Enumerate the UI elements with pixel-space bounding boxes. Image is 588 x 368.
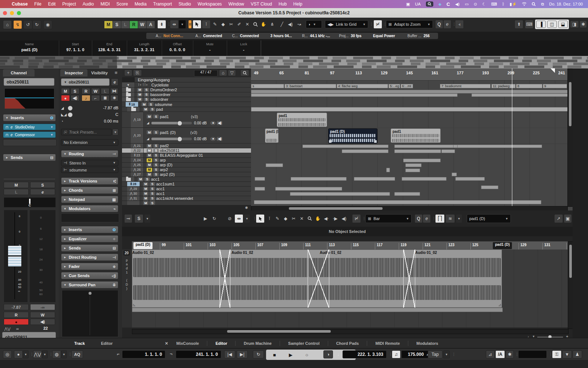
line-tool[interactable]: ╱: [278, 20, 286, 29]
tempo-track-button[interactable]: ♫: [392, 350, 401, 358]
moon-icon[interactable]: ☾: [482, 2, 486, 7]
track-row[interactable]: ⋀ 25MSarp (D): [122, 163, 251, 167]
clip[interactable]: [354, 177, 395, 181]
quantize-edit-button[interactable]: e: [443, 20, 451, 29]
editor-maximize-button[interactable]: ▣: [564, 214, 572, 223]
editor-event-end-tab[interactable]: pad1 (D): [493, 242, 512, 249]
editor-event-start-tab[interactable]: pad1 (D): [133, 242, 153, 249]
insert-slot-1[interactable]: ⊓ e StudioDelay▼: [3, 124, 56, 130]
record-mode-button[interactable]: ●: [14, 350, 23, 358]
channel-eq-curve[interactable]: [4, 88, 54, 109]
fader-section[interactable]: ►Fader≑: [61, 263, 118, 270]
audio-event-pad1d-partial[interactable]: pad1 (D: [265, 128, 279, 143]
clip[interactable]: [455, 177, 485, 181]
surround-pan-section[interactable]: ▼Surround Pan⁜: [61, 281, 118, 289]
track-versions-section[interactable]: ►Track Versions⑆: [61, 177, 118, 185]
color-menu-dropdown[interactable]: ◗▼: [306, 20, 322, 28]
record-button[interactable]: ○: [299, 351, 315, 359]
tab-drum-machine[interactable]: Drum Machine: [236, 341, 280, 346]
track-row-pad1[interactable]: ⋀ 19 MS pad1 (v3) ◢ 0.00 dB ●◀): [122, 112, 251, 128]
time-warp-tool[interactable]: ⋔: [268, 20, 277, 29]
crossfade-1[interactable]: [219, 250, 230, 308]
editor-ruler[interactable]: pad1 (D) 99 101 103 105 107 109 111 113 …: [132, 241, 573, 250]
tap-tempo-dropdown[interactable]: ▼: [443, 350, 450, 358]
read-automation-button[interactable]: R: [129, 21, 138, 29]
clip[interactable]: [403, 159, 441, 162]
insp-monitor-button[interactable]: ◀): [71, 95, 79, 101]
editor-h-scrollbar[interactable]: [132, 329, 569, 334]
editor-mute-tool[interactable]: ✕: [298, 214, 306, 223]
cue-sends-section[interactable]: ►Cue Sends◁): [61, 272, 118, 279]
menu-audio[interactable]: Audio: [83, 1, 94, 7]
channel-tab[interactable]: Channel: [3, 69, 35, 77]
track-row-group[interactable]: ⫴ 28MSacc1sum1: [122, 182, 251, 187]
channel-fader-handle[interactable]: [8, 245, 22, 267]
menu-score[interactable]: Score: [116, 1, 128, 7]
menu-workspaces[interactable]: Workspaces: [198, 1, 222, 7]
click-pattern-button[interactable]: /A: [495, 350, 505, 358]
editor-loop-button[interactable]: ↻: [210, 214, 218, 223]
crossfade-3[interactable]: [403, 250, 415, 308]
channel-level-readout[interactable]: -7.87: [4, 304, 29, 310]
notepad-section[interactable]: ►Notepad▤: [61, 196, 118, 203]
track-volume-slider[interactable]: [151, 138, 192, 140]
clip[interactable]: [255, 177, 265, 181]
auto-quantize-button[interactable]: AQ: [71, 350, 83, 358]
editor-selection-tool[interactable]: [256, 214, 265, 223]
performance-monitor-button[interactable]: ♟: [573, 350, 582, 358]
insp-lanes-button[interactable]: ≣: [101, 95, 110, 101]
info-start[interactable]: Start97. 1. 1. 0: [59, 40, 92, 56]
menu-hub[interactable]: Hub: [279, 1, 287, 7]
audio-event-pad1[interactable]: pad1: [277, 113, 327, 127]
info-name[interactable]: Namepad1 (D): [0, 40, 59, 56]
track-list-settings-icon[interactable]: ✱: [245, 206, 248, 210]
track-row-folder[interactable]: MSbassordner: [122, 92, 251, 97]
insert-slot-2[interactable]: ⊓ e Compressor▼: [3, 131, 56, 138]
editor-solo-dropdown[interactable]: ▼: [144, 214, 151, 223]
clip[interactable]: [453, 145, 458, 148]
track-row-folder[interactable]: MSsdsordner: [122, 97, 251, 102]
clip[interactable]: [266, 163, 283, 167]
setup-toolbar-button[interactable]: ✱: [580, 21, 587, 28]
info-end[interactable]: End128. 4. 3. 31: [92, 40, 127, 56]
hand-tool[interactable]: ✋: [259, 20, 268, 29]
modulators-section[interactable]: ▼Modulators⌁: [61, 205, 118, 212]
play-button[interactable]: ▶: [283, 351, 298, 359]
zoom-tool[interactable]: [251, 20, 259, 29]
insp-delay-row[interactable]: ◔ 0.00 ms: [61, 118, 120, 124]
lower-zone-toggle[interactable]: ⬓: [558, 21, 568, 28]
track-row[interactable]: ⋀ 30MSacc1: [122, 191, 251, 196]
redo-button[interactable]: ↻: [32, 20, 41, 29]
listen-state-button[interactable]: L: [121, 21, 130, 29]
channel-pan-control[interactable]: C: [4, 197, 56, 208]
pan-law-status[interactable]: Equal Power: [365, 33, 404, 39]
clip[interactable]: [290, 192, 390, 196]
channel-write-button[interactable]: W: [30, 312, 55, 318]
control-center-icon[interactable]: ⧉: [541, 2, 544, 7]
channel-mute-button[interactable]: M: [4, 182, 29, 188]
open-in-window-button[interactable]: ↗: [554, 214, 563, 223]
playhead[interactable]: [512, 68, 512, 206]
editor-snap-button[interactable]: ✂̸: [352, 214, 361, 223]
inspector-track-name[interactable]: ▼obx250811: [61, 78, 110, 86]
clip[interactable]: [405, 163, 422, 167]
fade-handle[interactable]: ◺: [133, 303, 135, 307]
channel-peak-readout[interactable]: -∞: [30, 304, 55, 310]
editor-split-tool[interactable]: ✂: [290, 214, 298, 223]
insp-read-button[interactable]: R: [82, 88, 90, 94]
activate-project-button[interactable]: ↯: [13, 20, 22, 29]
info-length[interactable]: Length31. 3. 2. 31: [127, 40, 162, 56]
insert-bypass-icon[interactable]: ⊓: [6, 125, 8, 129]
cycle-button[interactable]: ↻: [253, 350, 264, 358]
draw-tool[interactable]: ✎: [211, 20, 219, 29]
go-to-end-button[interactable]: ▶|: [237, 350, 248, 358]
track-row-folder[interactable]: MSacc1: [122, 177, 251, 182]
output-routing-dropdown[interactable]: ⊢ sdsumme▼: [61, 167, 118, 173]
solo-state-button[interactable]: S: [112, 21, 121, 29]
editor-quantize-button[interactable]: Q: [415, 214, 423, 223]
inspector-menu-icon[interactable]: ≡: [115, 70, 118, 75]
track-filter-home-button[interactable]: ⌂: [219, 70, 227, 76]
clip[interactable]: [302, 145, 388, 148]
mute-tool[interactable]: ✕: [243, 20, 251, 29]
track-row[interactable]: ⋀ 27MSarp2 (D): [122, 172, 251, 177]
